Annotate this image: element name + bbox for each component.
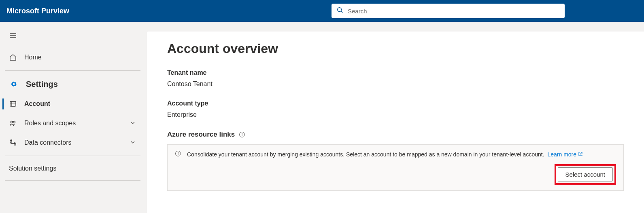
info-icon[interactable]	[239, 131, 245, 138]
sidebar-item-label: Account	[24, 100, 136, 108]
select-account-button[interactable]: Select account	[558, 167, 613, 181]
field-label: Account type	[167, 100, 624, 107]
info-banner: Consolidate your tenant account by mergi…	[167, 144, 624, 191]
chevron-down-icon	[130, 120, 136, 127]
gear-icon	[9, 79, 19, 89]
svg-point-10	[11, 121, 13, 123]
divider	[5, 156, 140, 156]
info-banner-row: Consolidate your tenant account by mergi…	[175, 150, 616, 158]
field-value: Contoso Tenant	[167, 80, 624, 88]
svg-point-20	[242, 133, 242, 133]
sidebar-item-roles-scopes[interactable]: Roles and scopes	[5, 114, 140, 133]
search-box[interactable]	[332, 4, 565, 18]
svg-line-24	[580, 152, 582, 154]
sidebar-item-label: Home	[24, 54, 136, 61]
field-label: Tenant name	[167, 69, 624, 76]
search-container	[332, 4, 565, 18]
divider	[5, 180, 140, 181]
sidebar-item-data-connectors[interactable]: Data connectors	[5, 133, 140, 152]
section-label: Azure resource links	[167, 131, 235, 139]
sidebar-item-label: Data connectors	[24, 139, 123, 146]
highlight-annotation: Select account	[555, 164, 616, 185]
search-input[interactable]	[348, 8, 560, 15]
sidebar-item-home[interactable]: Home	[5, 48, 140, 67]
svg-line-1	[341, 11, 343, 13]
svg-point-0	[338, 8, 342, 12]
account-icon	[9, 100, 17, 108]
banner-text-content: Consolidate your tenant account by mergi…	[187, 151, 544, 158]
field-tenant-name: Tenant name Contoso Tenant	[167, 69, 624, 88]
learn-more-link[interactable]: Learn more	[547, 151, 583, 158]
external-link-icon	[578, 151, 583, 158]
hamburger-icon	[9, 32, 17, 41]
learn-more-label: Learn more	[547, 151, 576, 158]
section-label: Settings	[26, 80, 136, 89]
chevron-down-icon	[130, 139, 136, 146]
sidebar-item-solution-settings[interactable]: Solution settings	[5, 159, 140, 177]
field-value: Enterprise	[167, 111, 624, 118]
sidebar-item-label: Solution settings	[9, 165, 56, 172]
home-icon	[9, 53, 17, 61]
connectors-icon	[9, 139, 17, 147]
sidebar: Home Settings	[0, 22, 147, 213]
app-header: Microsoft Purview	[0, 0, 644, 22]
page-title: Account overview	[167, 41, 624, 56]
banner-actions: Select account	[175, 164, 616, 185]
app-title: Microsoft Purview	[6, 7, 69, 15]
svg-rect-12	[10, 140, 12, 142]
main-content: Account overview Tenant name Contoso Ten…	[147, 32, 644, 213]
svg-rect-7	[10, 101, 16, 106]
search-icon	[336, 6, 344, 15]
svg-point-11	[13, 121, 15, 123]
svg-point-23	[178, 152, 178, 152]
hamburger-menu[interactable]	[5, 28, 21, 44]
sidebar-item-label: Roles and scopes	[24, 120, 123, 127]
field-account-type: Account type Enterprise	[167, 100, 624, 118]
layout: Home Settings	[0, 22, 644, 213]
info-icon	[175, 150, 181, 158]
sidebar-item-account[interactable]: Account	[5, 94, 140, 114]
roles-icon	[9, 119, 17, 127]
banner-text: Consolidate your tenant account by mergi…	[187, 151, 583, 158]
svg-point-6	[13, 83, 15, 85]
section-azure-links: Azure resource links	[167, 131, 624, 139]
sidebar-section-settings: Settings	[5, 74, 140, 94]
divider	[5, 70, 140, 71]
